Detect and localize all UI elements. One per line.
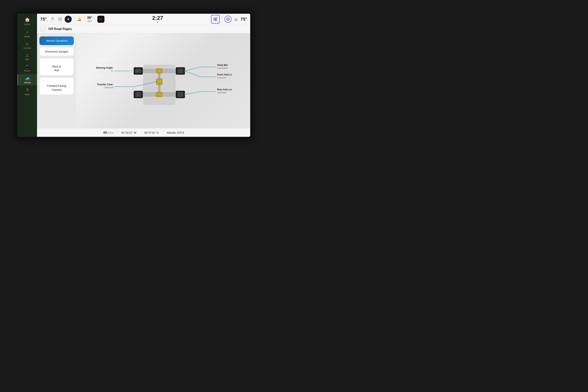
sidebar-label-home: Home (24, 23, 30, 26)
nav-btn-pitch-roll[interactable]: Pitch &Roll (39, 58, 74, 76)
svg-text:Unlocked: Unlocked (104, 86, 113, 88)
longitude-value: 93°33'12" (121, 131, 133, 134)
longitude-dir: W (134, 131, 136, 134)
outside-temp-label: OUT (87, 20, 92, 22)
main-content: 75° (37, 14, 250, 137)
skeleton-icon (50, 16, 56, 22)
page-header: ‹ Off Road Pages (37, 25, 250, 33)
comfort-icon: ☺ (25, 42, 29, 46)
hand-icon (233, 16, 239, 22)
divider-1 (74, 16, 74, 22)
grid-button[interactable] (211, 15, 220, 24)
svg-text:🔓: 🔓 (158, 80, 161, 84)
svg-rect-10 (214, 18, 215, 19)
sidebar-label-comfort: Comfort (23, 47, 31, 49)
radio-icon[interactable] (97, 16, 104, 23)
drive-mode-sub: AUTO (108, 132, 113, 134)
svg-text:Unlocked: Unlocked (217, 76, 226, 79)
home-icon: 🏠 (25, 17, 30, 22)
svg-text:0°: 0° (111, 70, 113, 72)
vehicle-icon: 🚙 (25, 76, 30, 80)
content-area: Vehicle Dynamics Accessory Gauges Pitch … (37, 33, 250, 128)
status-time: 2:27 ▼ (106, 15, 209, 23)
nav-btn-forward-camera[interactable]: Forward FacingCamera (39, 78, 74, 95)
latitude: 39°47'02" N (144, 131, 159, 134)
temp-right: 75° (241, 17, 247, 22)
screen: 🏠 Home ♪ Media ☺ Comfort △ Nav 📱 Phone 🚙 (17, 14, 250, 137)
bell-icon[interactable]: 🔔 (77, 16, 82, 22)
svg-text:Connected: Connected (217, 67, 227, 69)
temp-left: 75° (40, 17, 47, 22)
nav-btn-label-camera: Forward FacingCamera (47, 84, 66, 91)
svg-rect-11 (215, 18, 217, 19)
outside-temp-value: 36° (87, 16, 92, 20)
sidebar-label-media: Media (24, 35, 30, 38)
circle-dark-btn[interactable] (65, 16, 72, 23)
divider-2 (84, 16, 85, 22)
left-nav: Vehicle Dynamics Accessory Gauges Pitch … (37, 33, 76, 128)
divider-4 (222, 16, 222, 22)
divider-3 (95, 16, 95, 22)
vehicle-diagram-container: 🔓 🔓 🔓 (95, 53, 232, 108)
nav-btn-label-dynamics: Vehicle Dynamics (46, 39, 68, 42)
svg-line-54 (185, 92, 200, 94)
status-right: 75° (225, 16, 247, 23)
sidebar-item-home[interactable]: 🏠 Home (17, 16, 37, 27)
outside-temp: 36° OUT (87, 16, 92, 22)
sidebar-item-media[interactable]: ♪ Media (17, 28, 37, 39)
svg-point-9 (100, 20, 101, 20)
svg-text:Steering Angle:: Steering Angle: (96, 66, 113, 69)
bezel: 🏠 Home ♪ Media ☺ Comfort △ Nav 📱 Phone 🚙 (16, 12, 251, 138)
latitude-value: 39°47'02" (144, 131, 156, 134)
svg-point-18 (228, 19, 228, 20)
sidebar-label-phone: Phone (24, 70, 30, 72)
svg-rect-13 (215, 20, 217, 21)
phone-icon: 📱 (25, 64, 29, 69)
svg-rect-31 (177, 68, 183, 73)
nav-btn-label-gauges: Accessory Gauges (45, 50, 68, 53)
diagram-area: 🔓 🔓 🔓 (76, 33, 250, 128)
latitude-dir: N (157, 131, 159, 134)
drive-mode: 4H AUTO (103, 131, 113, 134)
sidebar-item-apps[interactable]: ⠿ Apps (17, 86, 37, 97)
sidebar-item-vehicle[interactable]: 🚙 Vehicle (17, 74, 37, 85)
media-icon: ♪ (26, 30, 28, 34)
status-bar: 75° (37, 14, 250, 25)
sidebar-item-nav[interactable]: △ Nav (17, 52, 37, 62)
svg-point-56 (184, 94, 185, 95)
bottom-bar: 4H AUTO 93°33'12" W 39°47'02" N Altitude… (37, 128, 250, 137)
vehicle-diagram-svg: 🔓 🔓 🔓 (95, 53, 232, 108)
svg-point-47 (156, 81, 157, 82)
sidebar-label-vehicle: Vehicle (24, 81, 31, 84)
back-button[interactable]: ‹ (40, 26, 46, 32)
svg-text:🔓: 🔓 (158, 93, 161, 96)
svg-rect-12 (214, 20, 215, 21)
nav-btn-accessory-gauges[interactable]: Accessory Gauges (39, 47, 74, 56)
svg-point-0 (52, 17, 53, 18)
nav-icon: △ (26, 53, 28, 58)
svg-text:Sway Bar:: Sway Bar: (217, 64, 228, 66)
svg-line-48 (185, 67, 200, 71)
target-icon[interactable] (225, 16, 232, 23)
page-title: Off Road Pages (48, 27, 72, 31)
svg-text:Unlocked: Unlocked (217, 91, 226, 94)
sidebar-item-phone[interactable]: 📱 Phone (17, 63, 37, 74)
svg-rect-35 (177, 92, 183, 97)
longitude: 93°33'12" W (121, 131, 136, 134)
altitude-value: 678 ft (177, 131, 184, 134)
sidebar-item-comfort[interactable]: ☺ Comfort (17, 40, 37, 51)
svg-text:Front Axle Locker:: Front Axle Locker: (217, 73, 232, 76)
nav-btn-label-pitch-roll: Pitch &Roll (52, 65, 61, 72)
sidebar-label-apps: Apps (25, 93, 29, 96)
altitude: Altitude: 678 ft (166, 131, 184, 134)
svg-point-53 (184, 70, 185, 72)
time-display: 2:27 (152, 15, 163, 21)
nav-btn-vehicle-dynamics[interactable]: Vehicle Dynamics (39, 36, 74, 45)
altitude-label: Altitude: (166, 131, 176, 134)
sidebar: 🏠 Home ♪ Media ☺ Comfort △ Nav 📱 Phone 🚙 (17, 14, 37, 137)
svg-text:Transfer Case:: Transfer Case: (97, 83, 113, 86)
svg-point-3 (60, 19, 60, 20)
drive-mode-value: 4H (103, 131, 107, 134)
sidebar-label-nav: Nav (25, 58, 29, 60)
svg-text:Rear Axle Locker:: Rear Axle Locker: (217, 88, 232, 91)
